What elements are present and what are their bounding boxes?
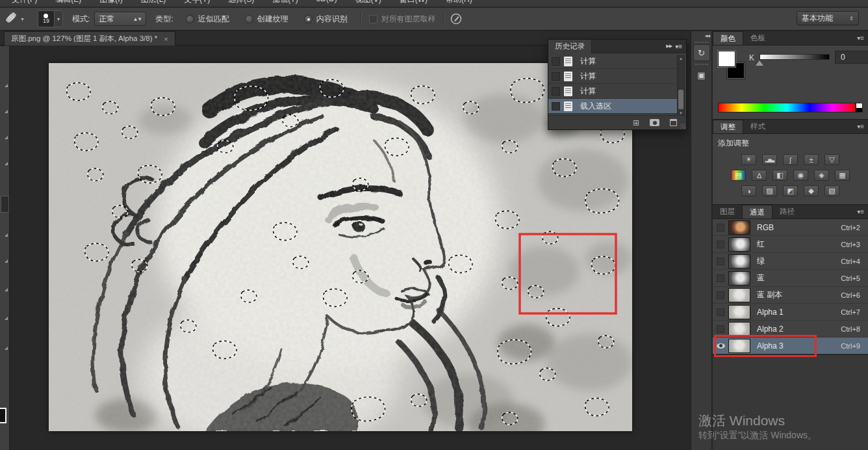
tab-channels[interactable]: 通道 xyxy=(742,205,772,218)
history-brush-source-well[interactable] xyxy=(552,87,560,96)
tab-swatches[interactable]: 色板 xyxy=(743,31,772,45)
menu-edit[interactable]: 编辑(E) xyxy=(55,0,81,5)
history-panel-icon[interactable]: ↻ xyxy=(693,44,710,61)
document-tab[interactable]: 原图.png @ 127% (图层 1 副本, Alpha 3/8) * × xyxy=(4,31,175,46)
vibrance-icon[interactable]: ▽ xyxy=(824,154,839,165)
invert-icon[interactable]: ◑ xyxy=(741,185,756,196)
tool-preset-picker[interactable]: ▼ xyxy=(0,11,29,27)
menu-filter[interactable]: 滤镜(T) xyxy=(272,0,298,5)
brush-preset-picker[interactable]: 19 ▼ xyxy=(29,10,63,27)
menu-view[interactable]: 视图(V) xyxy=(355,0,381,5)
visibility-toggle[interactable] xyxy=(713,241,728,248)
posterize-icon[interactable]: ▨ xyxy=(762,185,777,196)
radio-content-aware[interactable]: 内容识别 xyxy=(304,14,348,25)
canvas-image[interactable] xyxy=(49,63,632,431)
channel-row-alpha1[interactable]: Alpha 1 Ctrl+7 xyxy=(713,304,868,321)
panel-drag-grip[interactable] xyxy=(695,42,708,43)
visibility-toggle[interactable] xyxy=(713,291,728,299)
visibility-toggle[interactable] xyxy=(713,325,728,333)
visibility-toggle[interactable] xyxy=(713,224,728,232)
tab-layers[interactable]: 图层 xyxy=(713,205,742,218)
channel-row-green[interactable]: 绿 Ctrl+4 xyxy=(713,253,868,270)
selective-color-icon[interactable]: ▧ xyxy=(824,185,839,196)
menu-file[interactable]: 文件(F) xyxy=(12,0,37,5)
panel-menu-icon[interactable]: ▾≡ xyxy=(857,34,864,42)
tab-adjustments[interactable]: 调整 xyxy=(713,120,743,133)
menu-3d[interactable]: 3D(D) xyxy=(316,0,337,5)
scrollbar[interactable]: ▲ ▼ xyxy=(677,55,685,116)
menu-window[interactable]: 窗口(W) xyxy=(400,0,428,5)
tool-flyout-marker xyxy=(5,136,8,139)
k-slider-track[interactable] xyxy=(760,54,830,60)
channel-row-alpha2[interactable]: Alpha 2 Ctrl+8 xyxy=(713,321,868,338)
channel-row-alpha3-selected[interactable]: Alpha 3 Ctrl+9 xyxy=(713,338,868,354)
history-state-row-selected[interactable]: 载入选区 xyxy=(548,99,677,114)
resize-grip[interactable] xyxy=(680,124,685,129)
scrollbar-thumb[interactable] xyxy=(678,90,683,109)
foreground-color-swatch[interactable] xyxy=(718,51,735,67)
workspace-switcher[interactable]: 基本功能 ⇕ xyxy=(797,11,859,25)
chevron-down-icon: ▼ xyxy=(20,17,25,21)
chevron-down-icon[interactable]: ▼ xyxy=(55,10,63,27)
visibility-toggle[interactable] xyxy=(713,343,728,349)
properties-panel-icon[interactable]: ▣ xyxy=(693,66,710,83)
collapse-panel-icon[interactable]: ▶▶ xyxy=(666,44,672,49)
menu-help[interactable]: 帮助(H) xyxy=(446,0,472,5)
levels-icon[interactable]: ▂▅▃ xyxy=(762,154,777,165)
hue-saturation-icon[interactable]: ▤ xyxy=(731,170,746,181)
exposure-icon[interactable]: ± xyxy=(804,154,819,165)
threshold-icon[interactable]: ◩ xyxy=(783,185,798,196)
gradient-map-icon[interactable]: ◆ xyxy=(804,185,819,196)
black-white-icon[interactable]: ◧ xyxy=(772,170,787,181)
panel-drag-grip[interactable] xyxy=(695,64,708,65)
channel-row-blue[interactable]: 蓝 Ctrl+5 xyxy=(713,270,868,287)
tab-styles[interactable]: 样式 xyxy=(743,120,772,133)
scroll-up-icon[interactable]: ▲ xyxy=(678,57,684,60)
panel-menu-icon[interactable]: ▾≡ xyxy=(857,123,864,130)
new-snapshot-icon[interactable] xyxy=(650,119,659,126)
channel-row-blue-copy[interactable]: 蓝 副本 Ctrl+6 xyxy=(713,287,868,304)
new-document-from-state-icon[interactable]: ⊞ xyxy=(633,119,639,127)
history-brush-source-well[interactable] xyxy=(552,102,560,111)
brightness-contrast-icon[interactable]: ☀ xyxy=(741,154,756,165)
history-state-row[interactable]: 计算 xyxy=(548,69,677,84)
spectrum-bw-swatches[interactable] xyxy=(856,103,863,112)
expand-dock-icon[interactable]: ◀◀ xyxy=(705,33,709,38)
k-slider-thumb[interactable] xyxy=(756,60,763,66)
sample-all-layers-checkbox[interactable]: 对所有图层取样 xyxy=(369,14,436,25)
color-lookup-icon[interactable]: ▦ xyxy=(835,170,850,181)
menu-image[interactable]: 图像(I) xyxy=(99,0,122,5)
history-brush-source-well[interactable] xyxy=(552,72,560,81)
radio-create-texture[interactable]: 创建纹理 xyxy=(245,14,288,25)
menu-select[interactable]: 选择(S) xyxy=(228,0,254,5)
history-state-row[interactable]: 计算 xyxy=(548,54,677,69)
channel-row-rgb[interactable]: RGB Ctrl+2 xyxy=(713,219,868,236)
history-panel-header[interactable]: 历史记录 ▶▶ ▾≡ xyxy=(548,40,686,53)
tab-color[interactable]: 颜色 xyxy=(713,31,743,45)
history-brush-source-well[interactable] xyxy=(552,57,560,66)
radio-proximity-match[interactable]: 近似匹配 xyxy=(186,14,229,25)
delete-state-icon[interactable] xyxy=(670,119,677,126)
close-icon[interactable]: × xyxy=(164,35,168,43)
panel-menu-icon[interactable]: ▾≡ xyxy=(675,43,682,50)
tab-paths[interactable]: 路径 xyxy=(772,205,802,218)
color-spectrum-ramp[interactable] xyxy=(718,103,856,112)
channel-row-red[interactable]: 红 Ctrl+3 xyxy=(713,236,868,253)
visibility-toggle[interactable] xyxy=(713,258,728,265)
mode-select[interactable]: 正常 ▲▼ xyxy=(94,12,146,26)
curves-icon[interactable]: ∫ xyxy=(783,154,798,165)
menu-layer[interactable]: 图层(L) xyxy=(141,0,166,5)
photo-filter-icon[interactable]: ◉ xyxy=(793,170,808,181)
tablet-pressure-icon[interactable] xyxy=(450,12,463,25)
k-value-field[interactable]: 0 xyxy=(835,51,868,64)
panel-menu-icon[interactable]: ▾≡ xyxy=(857,208,864,215)
menu-type[interactable]: 文字(Y) xyxy=(184,0,210,5)
color-balance-icon[interactable]: ∆ xyxy=(752,170,767,181)
history-state-row[interactable]: 计算 xyxy=(548,84,677,99)
active-tool-slot[interactable] xyxy=(1,196,9,213)
visibility-toggle[interactable] xyxy=(713,274,728,282)
foreground-color-swatch[interactable] xyxy=(0,408,6,423)
channel-mixer-icon[interactable]: ◈ xyxy=(814,170,829,181)
visibility-toggle[interactable] xyxy=(713,308,728,316)
toolbar-strip[interactable] xyxy=(0,46,10,450)
